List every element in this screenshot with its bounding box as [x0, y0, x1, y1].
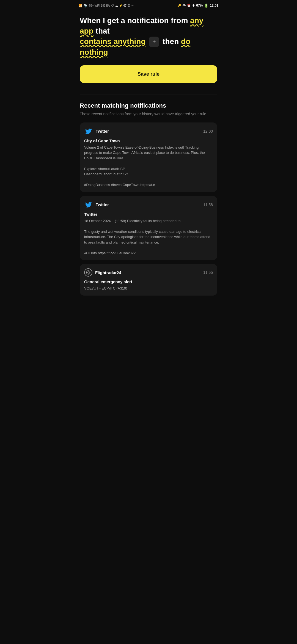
time-display: 12:01: [210, 4, 218, 7]
app-icon-twitter: [84, 127, 93, 136]
main-content: When I get a notification from any app t…: [74, 10, 223, 308]
notification-icon: 67: [123, 4, 127, 7]
card-header-fr: Flightradar24 11:55: [84, 268, 213, 277]
app-icon-twitter2: [84, 200, 93, 209]
rule-sentence: When I get a notification from any app t…: [80, 15, 217, 58]
notification-card: Twitter 11:58 Twitter 18 October 2024 – …: [80, 196, 217, 260]
eye-icon: 👁: [183, 4, 186, 7]
card-header: Twitter 12:00: [84, 127, 213, 136]
notification-time2: 11:58: [203, 203, 213, 207]
notification-title-fr: General emergency alert: [84, 279, 213, 284]
bolt-icon: ⚡: [119, 4, 122, 7]
data-speed: 4G+ WiFi 183 B/s: [89, 4, 110, 7]
app-info: Twitter: [84, 127, 109, 136]
cloud-icon: ☁: [115, 4, 118, 7]
bluetooth-icon: ✱: [192, 4, 195, 7]
app-icon-flightradar: [84, 268, 92, 277]
battery-icon: 🔋: [204, 4, 208, 8]
save-rule-button[interactable]: Save rule: [80, 65, 217, 83]
rule-part2: that: [94, 27, 110, 35]
app-info: Twitter: [84, 200, 109, 209]
card-header: Twitter 11:58: [84, 200, 213, 209]
notification-time-fr: 11:55: [203, 270, 213, 275]
twitter-bird-icon: [85, 128, 92, 135]
alarm-icon: ⏰: [187, 4, 191, 7]
add-condition-button[interactable]: +: [149, 37, 159, 47]
rule-part4: then: [163, 37, 181, 46]
notification-card: Twitter 12:00 City of Cape Town Volume 2…: [80, 122, 217, 192]
app-name-flightradar: Flightradar24: [95, 270, 121, 275]
recent-section: Recent matching notifications These rece…: [80, 102, 217, 296]
shield-icon: 🛡: [111, 4, 114, 7]
status-bar: 📶 📡 4G+ WiFi 183 B/s 🛡 ☁ ⚡ 67 ⦿ ··· 🔑 👁 …: [74, 0, 223, 10]
notification-body-fr: VOE7UT - EC-MTC (A319): [84, 286, 213, 291]
faceid-icon: ⦿: [128, 4, 130, 7]
status-right: 🔑 👁 ⏰ ✱ 67% 🔋 12:01: [177, 4, 218, 8]
key-icon: 🔑: [177, 4, 181, 7]
notification-card-flightradar: Flightradar24 11:55 General emergency al…: [80, 264, 217, 296]
section-divider: [80, 94, 217, 94]
wifi-icon: 📡: [84, 4, 87, 7]
status-left: 📶 📡 4G+ WiFi 183 B/s 🛡 ☁ ⚡ 67 ⦿ ···: [79, 4, 134, 7]
radar-icon: [86, 270, 91, 275]
recent-title: Recent matching notifications: [80, 102, 217, 109]
app-name-label2: Twitter: [96, 202, 109, 207]
twitter-bird-icon-2: [85, 201, 92, 208]
app-name-label: Twitter: [96, 129, 109, 133]
battery-percent: 67%: [196, 4, 203, 7]
svg-point-1: [87, 272, 89, 273]
notification-time: 12:00: [203, 129, 213, 133]
notification-title2: Twitter: [84, 212, 213, 217]
notification-body: Volume 2 of Cape Town's Ease-of-Doing-Bu…: [84, 145, 213, 188]
notification-body2: 18 October 2024 – (11:58) Electricity fa…: [84, 218, 213, 256]
notification-title: City of Cape Town: [84, 138, 213, 143]
recent-subtitle: These recent notifications from your his…: [80, 111, 217, 117]
signal-icon: 📶: [79, 4, 82, 7]
rule-part1: When I get a notification from: [80, 16, 190, 25]
more-icon: ···: [131, 4, 134, 7]
app-info-fr: Flightradar24: [84, 268, 121, 277]
contains-anything-text[interactable]: contains anything: [80, 37, 146, 46]
